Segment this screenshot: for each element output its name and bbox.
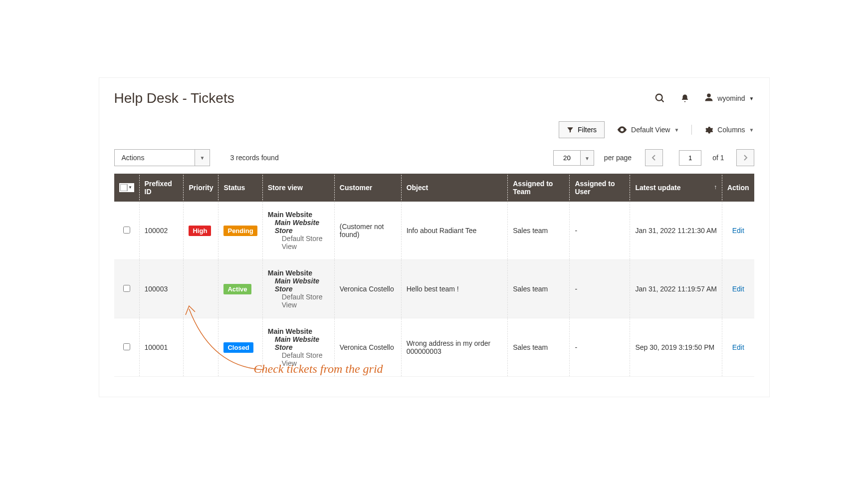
page-input[interactable] <box>679 150 701 166</box>
cell-prefixed-id: 100003 <box>139 260 184 318</box>
cell-object: Wrong address in my order 000000003 <box>401 318 508 377</box>
store-view: Default Store View <box>268 293 329 309</box>
cell-store-view: Main Website Main Website Store Default … <box>262 260 334 318</box>
cell-priority <box>184 318 218 377</box>
cell-customer: Veronica Costello <box>334 260 401 318</box>
svg-line-1 <box>661 100 664 102</box>
status-badge: Pending <box>223 226 257 236</box>
cell-assigned-user: - <box>570 202 630 260</box>
col-customer[interactable]: Customer <box>334 174 401 202</box>
prev-page-button[interactable] <box>645 149 663 166</box>
search-icon[interactable] <box>654 93 665 104</box>
col-object[interactable]: Object <box>401 174 508 202</box>
columns-selector[interactable]: Columns ▼ <box>704 125 754 134</box>
status-badge: Active <box>223 284 251 294</box>
store-view: Default Store View <box>268 351 329 367</box>
default-view-label: Default View <box>631 126 670 134</box>
cell-priority: High <box>184 202 218 260</box>
cell-object: Hello best team ! <box>401 260 508 318</box>
store-view: Default Store View <box>268 235 329 250</box>
store-website: Main Website <box>268 211 329 219</box>
col-priority[interactable]: Priority <box>184 174 218 202</box>
cell-status: Pending <box>218 202 262 260</box>
caret-down-icon: ▼ <box>749 96 754 101</box>
edit-link[interactable]: Edit <box>732 285 744 293</box>
col-store-view[interactable]: Store view <box>262 174 334 202</box>
records-found: 3 records found <box>230 154 278 162</box>
cell-assigned-team: Sales team <box>508 260 570 318</box>
caret-down-icon[interactable]: ▼ <box>127 184 133 191</box>
cell-assigned-team: Sales team <box>508 318 570 377</box>
page-size-toggle[interactable]: ▼ <box>581 150 594 166</box>
cell-customer: (Customer not found) <box>334 202 401 260</box>
next-page-button[interactable] <box>736 149 754 166</box>
col-prefixed-id[interactable]: Prefixed ID <box>139 174 184 202</box>
select-all-checkbox[interactable] <box>120 184 127 191</box>
cell-latest-update: Jan 31, 2022 11:19:57 AM <box>630 260 722 318</box>
caret-down-icon: ▼ <box>749 127 754 133</box>
store-group: Main Website Store <box>268 335 329 351</box>
header-checkbox-cell[interactable]: ▼ <box>114 174 140 202</box>
columns-label: Columns <box>717 126 745 134</box>
store-website: Main Website <box>268 269 329 277</box>
priority-badge: High <box>189 226 211 236</box>
cell-store-view: Main Website Main Website Store Default … <box>262 318 334 377</box>
cell-latest-update: Sep 30, 2019 3:19:50 PM <box>630 318 722 377</box>
row-checkbox[interactable] <box>123 285 130 292</box>
col-assigned-team[interactable]: Assigned to Team <box>508 174 570 202</box>
caret-down-icon: ▼ <box>200 155 205 161</box>
svg-point-0 <box>656 94 662 101</box>
per-page-label: per page <box>604 154 632 162</box>
svg-point-2 <box>707 93 711 97</box>
notifications-icon[interactable] <box>680 94 689 103</box>
store-website: Main Website <box>268 327 329 335</box>
table-row[interactable]: 100003 Active Main Website Main Website … <box>114 260 754 318</box>
row-checkbox[interactable] <box>123 343 130 350</box>
total-pages-label: of 1 <box>712 154 724 162</box>
eye-icon <box>617 126 627 133</box>
default-view-selector[interactable]: Default View ▼ <box>617 126 679 134</box>
filter-icon <box>567 126 574 133</box>
page-size-input[interactable] <box>553 150 581 166</box>
actions-toggle[interactable]: ▼ <box>195 150 210 166</box>
cell-object: Info about Radiant Tee <box>401 202 508 260</box>
actions-label: Actions <box>115 150 195 166</box>
cell-assigned-team: Sales team <box>508 202 570 260</box>
cell-customer: Veronica Costello <box>334 318 401 377</box>
col-action: Action <box>722 174 754 202</box>
tickets-table: ▼ Prefixed ID Priority Status Store view… <box>114 174 754 377</box>
sort-ascending-icon: ↑ <box>714 184 717 191</box>
edit-link[interactable]: Edit <box>732 227 744 235</box>
chevron-right-icon <box>743 154 748 161</box>
cell-prefixed-id: 100001 <box>139 318 184 377</box>
table-row[interactable]: 100002 High Pending Main Website Main We… <box>114 202 754 260</box>
edit-link[interactable]: Edit <box>732 343 744 351</box>
cell-status: Closed <box>218 318 262 377</box>
row-checkbox[interactable] <box>123 227 130 234</box>
user-icon <box>704 93 713 104</box>
col-assigned-user[interactable]: Assigned to User <box>570 174 630 202</box>
filters-button[interactable]: Filters <box>559 121 605 138</box>
user-menu[interactable]: wyomind ▼ <box>704 93 754 104</box>
store-group: Main Website Store <box>268 219 329 235</box>
caret-down-icon: ▼ <box>585 156 590 161</box>
cell-latest-update: Jan 31, 2022 11:21:30 AM <box>630 202 722 260</box>
chevron-left-icon <box>651 154 656 161</box>
col-latest-update[interactable]: Latest update↑ <box>630 174 722 202</box>
cell-prefixed-id: 100002 <box>139 202 184 260</box>
cell-store-view: Main Website Main Website Store Default … <box>262 202 334 260</box>
cell-status: Active <box>218 260 262 318</box>
store-group: Main Website Store <box>268 277 329 293</box>
username-label: wyomind <box>717 94 745 102</box>
filters-label: Filters <box>578 126 597 134</box>
cell-assigned-user: - <box>570 260 630 318</box>
table-row[interactable]: 100001 Closed Main Website Main Website … <box>114 318 754 377</box>
cell-assigned-user: - <box>570 318 630 377</box>
divider <box>691 125 692 135</box>
cell-priority <box>184 260 218 318</box>
gear-icon <box>704 125 713 134</box>
page-title: Help Desk - Tickets <box>114 90 234 106</box>
caret-down-icon: ▼ <box>674 127 679 133</box>
actions-dropdown[interactable]: Actions ▼ <box>114 149 211 166</box>
col-status[interactable]: Status <box>218 174 262 202</box>
